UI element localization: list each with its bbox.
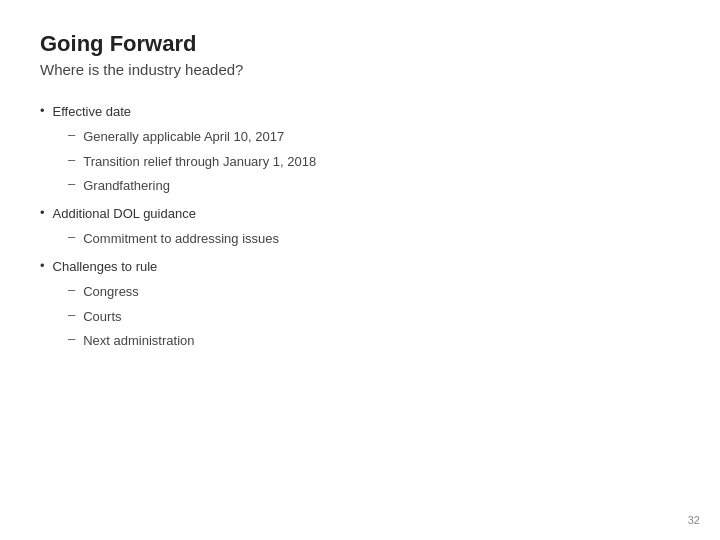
bullet-label: Challenges to rule [53, 257, 158, 277]
dash-icon: – [68, 127, 75, 142]
sub-bullet-item: – Next administration [68, 331, 680, 351]
sub-title: Where is the industry headed? [40, 61, 680, 78]
sub-bullet-item: – Congress [68, 282, 680, 302]
bullet-dot: • [40, 258, 45, 273]
bullet-item: • Additional DOL guidance [40, 204, 680, 224]
section-dol-guidance: • Additional DOL guidance – Commitment t… [40, 204, 680, 249]
main-title: Going Forward [40, 30, 680, 59]
sub-bullet-text: Commitment to addressing issues [83, 229, 279, 249]
bullet-item: • Effective date [40, 102, 680, 122]
bullet-item: • Challenges to rule [40, 257, 680, 277]
title-section: Going Forward Where is the industry head… [40, 30, 680, 78]
bullet-dot: • [40, 205, 45, 220]
dash-icon: – [68, 282, 75, 297]
bullet-label: Effective date [53, 102, 132, 122]
dash-icon: – [68, 331, 75, 346]
bullet-dot: • [40, 103, 45, 118]
sub-bullet-text: Generally applicable April 10, 2017 [83, 127, 284, 147]
page-number: 32 [688, 514, 700, 526]
section-effective-date: • Effective date – Generally applicable … [40, 102, 680, 196]
section-challenges: • Challenges to rule – Congress – Courts… [40, 257, 680, 351]
sub-bullet-text: Congress [83, 282, 139, 302]
sub-bullet-item: – Commitment to addressing issues [68, 229, 680, 249]
slide: Going Forward Where is the industry head… [0, 0, 720, 540]
dash-icon: – [68, 176, 75, 191]
sub-bullet-text: Courts [83, 307, 121, 327]
sub-bullet-item: – Generally applicable April 10, 2017 [68, 127, 680, 147]
dash-icon: – [68, 152, 75, 167]
bullet-label: Additional DOL guidance [53, 204, 196, 224]
sub-bullet-item: – Transition relief through January 1, 2… [68, 152, 680, 172]
dash-icon: – [68, 229, 75, 244]
content-area: • Effective date – Generally applicable … [40, 102, 680, 351]
sub-bullet-item: – Courts [68, 307, 680, 327]
sub-bullet-text: Grandfathering [83, 176, 170, 196]
sub-bullet-text: Next administration [83, 331, 194, 351]
dash-icon: – [68, 307, 75, 322]
sub-bullet-item: – Grandfathering [68, 176, 680, 196]
sub-bullet-text: Transition relief through January 1, 201… [83, 152, 316, 172]
